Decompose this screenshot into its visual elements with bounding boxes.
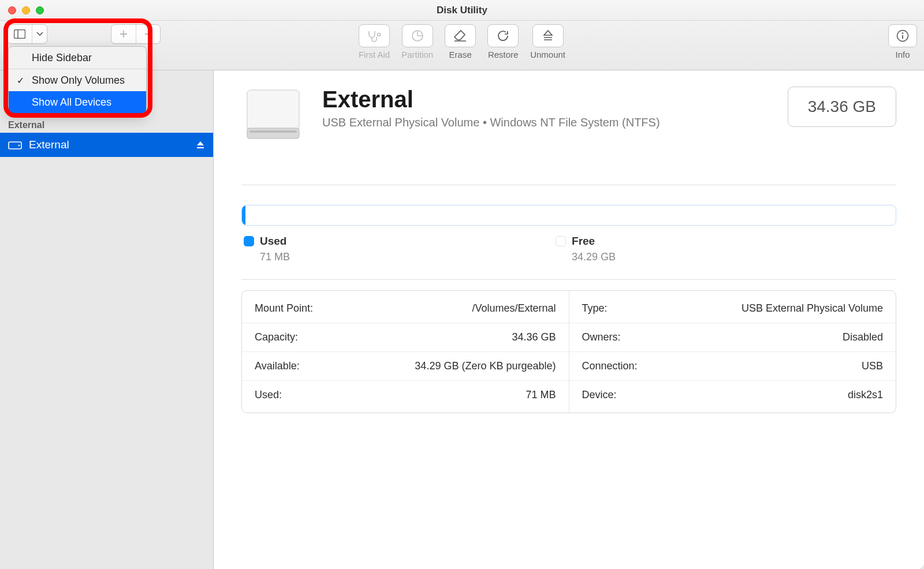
k-dev: Device: <box>582 389 617 401</box>
volume-add-remove-segmented <box>111 24 161 44</box>
usage-section: Used 71 MB Free 34.29 GB <box>241 185 896 279</box>
k-used: Used: <box>255 389 282 401</box>
row-available: Available:34.29 GB (Zero KB purgeable) <box>242 351 569 380</box>
external-drive-icon <box>241 87 305 144</box>
first-aid-label: First Aid <box>359 50 390 59</box>
menu-hide-sidebar[interactable]: Hide Sidebar <box>9 47 146 69</box>
toolbar-center: First Aid Partition Erase Restore Unmoun… <box>359 24 565 59</box>
partition-label: Partition <box>401 50 433 59</box>
info-label: Info <box>895 50 910 59</box>
row-device: Device:disk2s1 <box>569 380 896 409</box>
restore-label: Restore <box>488 50 519 59</box>
k-mount: Mount Point: <box>255 302 313 315</box>
svg-rect-9 <box>247 128 299 138</box>
separator <box>241 279 896 280</box>
v-dev: disk2s1 <box>848 389 883 401</box>
svg-rect-8 <box>247 90 299 130</box>
info-icon <box>896 29 910 43</box>
v-own: Disabled <box>843 331 883 343</box>
sidebar-item-label: External <box>29 138 69 151</box>
legend-free-label: Free <box>572 235 595 248</box>
row-mount-point: Mount Point:/Volumes/External <box>242 294 569 323</box>
menu-show-all-devices[interactable]: Show All Devices <box>9 91 146 113</box>
sidebar-section-external: External <box>0 117 213 133</box>
usage-legend: Used 71 MB Free 34.29 GB <box>241 235 896 263</box>
v-avail: 34.29 GB (Zero KB purgeable) <box>415 360 556 372</box>
chevron-down-icon <box>36 32 43 36</box>
legend-used-label: Used <box>260 235 286 248</box>
erase-label: Erase <box>449 50 472 59</box>
minimize-button[interactable] <box>22 6 30 14</box>
v-mount: /Volumes/External <box>472 302 556 315</box>
sidebar-item-external[interactable]: External <box>0 133 213 157</box>
pie-icon <box>411 29 424 43</box>
close-button[interactable] <box>8 6 16 14</box>
row-type: Type:USB External Physical Volume <box>569 294 896 323</box>
body: External External Extern <box>0 70 924 569</box>
k-conn: Connection: <box>582 360 638 372</box>
eraser-icon <box>453 29 468 42</box>
details-col-right: Type:USB External Physical Volume Owners… <box>569 291 896 413</box>
volume-name: External <box>322 87 660 113</box>
svg-rect-10 <box>249 130 297 133</box>
eject-button[interactable] <box>196 140 205 149</box>
remove-volume-button[interactable] <box>136 25 160 43</box>
add-volume-button[interactable] <box>111 25 136 43</box>
stethoscope-icon <box>367 29 382 42</box>
first-aid-button[interactable]: First Aid <box>359 24 390 59</box>
legend-used-value: 71 MB <box>260 251 290 263</box>
k-cap: Capacity: <box>255 331 298 343</box>
titlebar: Disk Utility <box>0 0 924 21</box>
sidebar-view-menu-button[interactable] <box>32 25 47 43</box>
minus-icon <box>144 29 153 39</box>
details-col-left: Mount Point:/Volumes/External Capacity:3… <box>242 291 569 413</box>
volume-large-icon <box>241 87 305 144</box>
zoom-button[interactable] <box>36 6 44 14</box>
disk-utility-window: Disk Utility <box>0 0 924 569</box>
v-conn: USB <box>862 360 883 372</box>
partition-button[interactable]: Partition <box>401 24 433 59</box>
row-connection: Connection:USB <box>569 351 896 380</box>
info-button[interactable]: Info <box>888 24 917 59</box>
k-avail: Available: <box>255 360 300 372</box>
k-own: Owners: <box>582 331 621 343</box>
unmount-button[interactable]: Unmount <box>530 24 565 59</box>
svg-point-7 <box>18 145 20 147</box>
volume-text: External USB External Physical Volume • … <box>322 87 660 129</box>
svg-point-5 <box>902 32 904 34</box>
legend-used: Used 71 MB <box>244 235 290 263</box>
sidebar-icon <box>14 29 25 39</box>
k-type: Type: <box>582 302 608 315</box>
v-used: 71 MB <box>526 389 556 401</box>
restore-icon <box>496 29 510 43</box>
disk-icon <box>8 140 22 150</box>
restore-button[interactable]: Restore <box>487 24 519 59</box>
unmount-label: Unmount <box>530 50 565 59</box>
volume-subtitle: USB External Physical Volume • Windows N… <box>322 116 660 129</box>
v-cap: 34.36 GB <box>512 331 556 343</box>
toolbar-left <box>7 24 161 44</box>
unmount-icon <box>542 29 554 43</box>
sidebar-view-menu: Hide Sidebar Show Only Volumes Show All … <box>8 46 147 114</box>
row-capacity: Capacity:34.36 GB <box>242 323 569 351</box>
swatch-used <box>244 236 254 246</box>
volume-hero: External USB External Physical Volume • … <box>241 87 896 185</box>
eject-icon <box>196 140 205 149</box>
row-used: Used:71 MB <box>242 380 569 409</box>
svg-rect-0 <box>14 30 25 39</box>
menu-show-only-volumes[interactable]: Show Only Volumes <box>9 69 146 91</box>
svg-point-2 <box>378 33 381 36</box>
swatch-free <box>556 236 566 246</box>
details-table: Mount Point:/Volumes/External Capacity:3… <box>241 290 896 413</box>
sidebar-toggle-button[interactable] <box>8 25 32 43</box>
legend-free: Free 34.29 GB <box>556 235 616 263</box>
traffic-lights <box>8 6 44 14</box>
row-owners: Owners:Disabled <box>569 323 896 351</box>
sidebar-view-segmented <box>7 24 47 44</box>
capacity-badge: 34.36 GB <box>788 87 896 127</box>
v-type: USB External Physical Volume <box>742 302 883 315</box>
erase-button[interactable]: Erase <box>445 24 476 59</box>
usage-bar-used <box>242 205 245 225</box>
main-content: External USB External Physical Volume • … <box>214 70 924 569</box>
legend-free-value: 34.29 GB <box>572 251 616 263</box>
